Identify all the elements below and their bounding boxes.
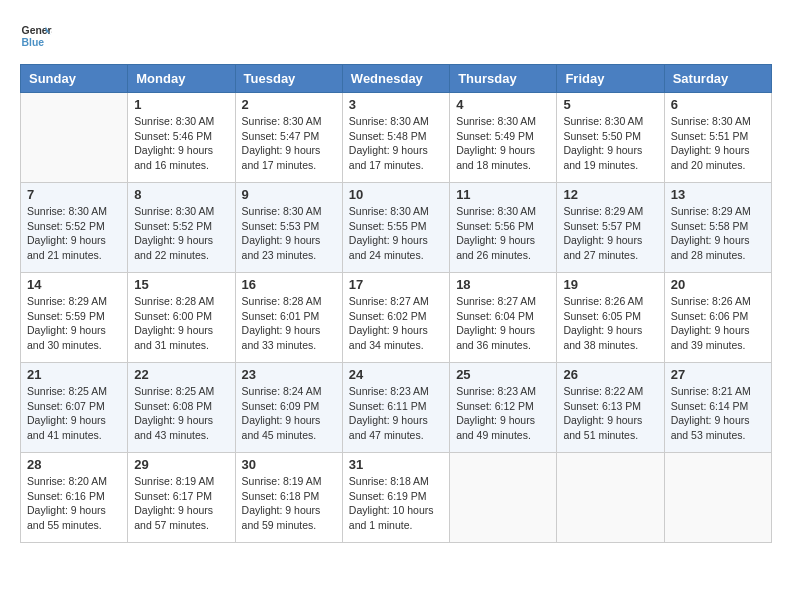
calendar-row: 7Sunrise: 8:30 AM Sunset: 5:52 PM Daylig…: [21, 183, 772, 273]
header-day: Monday: [128, 65, 235, 93]
day-info: Sunrise: 8:19 AM Sunset: 6:18 PM Dayligh…: [242, 474, 336, 533]
calendar-cell: 4Sunrise: 8:30 AM Sunset: 5:49 PM Daylig…: [450, 93, 557, 183]
day-number: 31: [349, 457, 443, 472]
calendar-cell: [450, 453, 557, 543]
calendar-cell: [664, 453, 771, 543]
calendar-cell: 2Sunrise: 8:30 AM Sunset: 5:47 PM Daylig…: [235, 93, 342, 183]
calendar-cell: 21Sunrise: 8:25 AM Sunset: 6:07 PM Dayli…: [21, 363, 128, 453]
day-number: 14: [27, 277, 121, 292]
day-number: 11: [456, 187, 550, 202]
day-info: Sunrise: 8:30 AM Sunset: 5:50 PM Dayligh…: [563, 114, 657, 173]
day-number: 17: [349, 277, 443, 292]
day-number: 29: [134, 457, 228, 472]
calendar-cell: 23Sunrise: 8:24 AM Sunset: 6:09 PM Dayli…: [235, 363, 342, 453]
calendar-cell: 10Sunrise: 8:30 AM Sunset: 5:55 PM Dayli…: [342, 183, 449, 273]
calendar-cell: 17Sunrise: 8:27 AM Sunset: 6:02 PM Dayli…: [342, 273, 449, 363]
day-number: 15: [134, 277, 228, 292]
calendar-cell: 30Sunrise: 8:19 AM Sunset: 6:18 PM Dayli…: [235, 453, 342, 543]
header-day: Sunday: [21, 65, 128, 93]
day-info: Sunrise: 8:21 AM Sunset: 6:14 PM Dayligh…: [671, 384, 765, 443]
day-number: 13: [671, 187, 765, 202]
day-info: Sunrise: 8:20 AM Sunset: 6:16 PM Dayligh…: [27, 474, 121, 533]
day-info: Sunrise: 8:23 AM Sunset: 6:12 PM Dayligh…: [456, 384, 550, 443]
day-info: Sunrise: 8:30 AM Sunset: 5:52 PM Dayligh…: [27, 204, 121, 263]
day-number: 30: [242, 457, 336, 472]
calendar-cell: 12Sunrise: 8:29 AM Sunset: 5:57 PM Dayli…: [557, 183, 664, 273]
day-number: 28: [27, 457, 121, 472]
day-number: 9: [242, 187, 336, 202]
calendar-cell: 15Sunrise: 8:28 AM Sunset: 6:00 PM Dayli…: [128, 273, 235, 363]
calendar-cell: [557, 453, 664, 543]
calendar-cell: 26Sunrise: 8:22 AM Sunset: 6:13 PM Dayli…: [557, 363, 664, 453]
calendar-cell: 16Sunrise: 8:28 AM Sunset: 6:01 PM Dayli…: [235, 273, 342, 363]
day-info: Sunrise: 8:30 AM Sunset: 5:53 PM Dayligh…: [242, 204, 336, 263]
day-number: 21: [27, 367, 121, 382]
day-info: Sunrise: 8:30 AM Sunset: 5:56 PM Dayligh…: [456, 204, 550, 263]
day-number: 19: [563, 277, 657, 292]
header-day: Saturday: [664, 65, 771, 93]
calendar-cell: 1Sunrise: 8:30 AM Sunset: 5:46 PM Daylig…: [128, 93, 235, 183]
calendar-cell: 22Sunrise: 8:25 AM Sunset: 6:08 PM Dayli…: [128, 363, 235, 453]
day-info: Sunrise: 8:30 AM Sunset: 5:49 PM Dayligh…: [456, 114, 550, 173]
day-info: Sunrise: 8:30 AM Sunset: 5:48 PM Dayligh…: [349, 114, 443, 173]
calendar-cell: 24Sunrise: 8:23 AM Sunset: 6:11 PM Dayli…: [342, 363, 449, 453]
logo-icon: General Blue: [20, 20, 52, 52]
day-info: Sunrise: 8:23 AM Sunset: 6:11 PM Dayligh…: [349, 384, 443, 443]
header-row: SundayMondayTuesdayWednesdayThursdayFrid…: [21, 65, 772, 93]
svg-text:Blue: Blue: [22, 37, 45, 48]
header-day: Friday: [557, 65, 664, 93]
day-info: Sunrise: 8:30 AM Sunset: 5:47 PM Dayligh…: [242, 114, 336, 173]
calendar-cell: 27Sunrise: 8:21 AM Sunset: 6:14 PM Dayli…: [664, 363, 771, 453]
calendar-cell: 6Sunrise: 8:30 AM Sunset: 5:51 PM Daylig…: [664, 93, 771, 183]
page-header: General Blue: [20, 20, 772, 52]
calendar-cell: 3Sunrise: 8:30 AM Sunset: 5:48 PM Daylig…: [342, 93, 449, 183]
header-day: Wednesday: [342, 65, 449, 93]
day-info: Sunrise: 8:19 AM Sunset: 6:17 PM Dayligh…: [134, 474, 228, 533]
calendar-cell: 31Sunrise: 8:18 AM Sunset: 6:19 PM Dayli…: [342, 453, 449, 543]
day-info: Sunrise: 8:26 AM Sunset: 6:05 PM Dayligh…: [563, 294, 657, 353]
day-number: 16: [242, 277, 336, 292]
calendar-cell: 13Sunrise: 8:29 AM Sunset: 5:58 PM Dayli…: [664, 183, 771, 273]
day-number: 25: [456, 367, 550, 382]
day-info: Sunrise: 8:29 AM Sunset: 5:58 PM Dayligh…: [671, 204, 765, 263]
calendar-cell: 29Sunrise: 8:19 AM Sunset: 6:17 PM Dayli…: [128, 453, 235, 543]
day-info: Sunrise: 8:29 AM Sunset: 5:57 PM Dayligh…: [563, 204, 657, 263]
calendar-cell: 9Sunrise: 8:30 AM Sunset: 5:53 PM Daylig…: [235, 183, 342, 273]
calendar-cell: 14Sunrise: 8:29 AM Sunset: 5:59 PM Dayli…: [21, 273, 128, 363]
day-number: 4: [456, 97, 550, 112]
day-info: Sunrise: 8:24 AM Sunset: 6:09 PM Dayligh…: [242, 384, 336, 443]
day-number: 12: [563, 187, 657, 202]
day-number: 20: [671, 277, 765, 292]
calendar-row: 14Sunrise: 8:29 AM Sunset: 5:59 PM Dayli…: [21, 273, 772, 363]
day-number: 10: [349, 187, 443, 202]
calendar-row: 28Sunrise: 8:20 AM Sunset: 6:16 PM Dayli…: [21, 453, 772, 543]
day-info: Sunrise: 8:30 AM Sunset: 5:52 PM Dayligh…: [134, 204, 228, 263]
day-number: 6: [671, 97, 765, 112]
day-info: Sunrise: 8:25 AM Sunset: 6:08 PM Dayligh…: [134, 384, 228, 443]
calendar-cell: 7Sunrise: 8:30 AM Sunset: 5:52 PM Daylig…: [21, 183, 128, 273]
day-number: 27: [671, 367, 765, 382]
header-day: Tuesday: [235, 65, 342, 93]
calendar-row: 1Sunrise: 8:30 AM Sunset: 5:46 PM Daylig…: [21, 93, 772, 183]
day-number: 26: [563, 367, 657, 382]
calendar-cell: 25Sunrise: 8:23 AM Sunset: 6:12 PM Dayli…: [450, 363, 557, 453]
day-info: Sunrise: 8:22 AM Sunset: 6:13 PM Dayligh…: [563, 384, 657, 443]
day-number: 8: [134, 187, 228, 202]
day-number: 2: [242, 97, 336, 112]
day-number: 1: [134, 97, 228, 112]
day-info: Sunrise: 8:30 AM Sunset: 5:55 PM Dayligh…: [349, 204, 443, 263]
day-info: Sunrise: 8:27 AM Sunset: 6:02 PM Dayligh…: [349, 294, 443, 353]
calendar-cell: [21, 93, 128, 183]
day-info: Sunrise: 8:18 AM Sunset: 6:19 PM Dayligh…: [349, 474, 443, 533]
calendar-table: SundayMondayTuesdayWednesdayThursdayFrid…: [20, 64, 772, 543]
calendar-cell: 18Sunrise: 8:27 AM Sunset: 6:04 PM Dayli…: [450, 273, 557, 363]
day-number: 24: [349, 367, 443, 382]
calendar-cell: 11Sunrise: 8:30 AM Sunset: 5:56 PM Dayli…: [450, 183, 557, 273]
logo: General Blue: [20, 20, 52, 52]
day-info: Sunrise: 8:30 AM Sunset: 5:46 PM Dayligh…: [134, 114, 228, 173]
header-day: Thursday: [450, 65, 557, 93]
day-info: Sunrise: 8:26 AM Sunset: 6:06 PM Dayligh…: [671, 294, 765, 353]
day-number: 3: [349, 97, 443, 112]
calendar-cell: 28Sunrise: 8:20 AM Sunset: 6:16 PM Dayli…: [21, 453, 128, 543]
calendar-cell: 8Sunrise: 8:30 AM Sunset: 5:52 PM Daylig…: [128, 183, 235, 273]
